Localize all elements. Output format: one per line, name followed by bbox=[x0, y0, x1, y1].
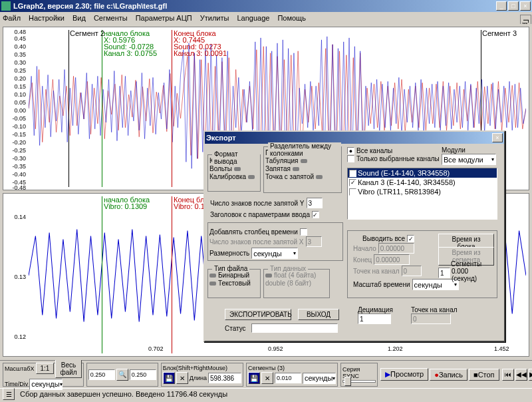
maximize-button[interactable]: □ bbox=[508, 1, 519, 11]
format-group-title: Формат вывода bbox=[212, 150, 260, 165]
filetype-group: Тип файла Бинарный Текстовый bbox=[207, 269, 261, 298]
export-button[interactable]: ЭКСПОРТИРОВАТЬ bbox=[225, 309, 291, 320]
header-checkbox[interactable]: ✓ bbox=[312, 211, 319, 218]
start-label: Начало bbox=[353, 245, 376, 252]
menu-help[interactable]: Помощь bbox=[277, 14, 306, 22]
pts-field bbox=[402, 266, 422, 276]
series-slider[interactable] bbox=[342, 380, 376, 383]
scale-11-button[interactable]: 1:1 bbox=[36, 363, 55, 374]
minimize-button[interactable]: _ bbox=[496, 1, 507, 11]
segment2-line[interactable] bbox=[68, 30, 69, 187]
seg-delete-icon[interactable]: ✕ bbox=[261, 372, 273, 384]
exit-button[interactable]: ВЫХОД bbox=[298, 309, 339, 320]
block-start-line[interactable] bbox=[102, 30, 102, 187]
ytick: -0.48 bbox=[12, 184, 26, 190]
dimension-label: Размерность bbox=[209, 250, 249, 257]
ytick: 0.14 bbox=[14, 214, 26, 220]
channel-item-sound[interactable]: ✓Sound (E-14-140, 3R34558) bbox=[348, 168, 497, 178]
ytick: 0.10 bbox=[14, 91, 26, 98]
dimension-combo[interactable]: секунды bbox=[251, 248, 298, 259]
ytick: 0.13 bbox=[14, 274, 26, 280]
seg-save-icon[interactable]: 💾 bbox=[248, 372, 260, 384]
status-icon[interactable]: ☰ bbox=[3, 388, 15, 400]
save-icon[interactable]: 💾 bbox=[163, 372, 175, 384]
filetype-text[interactable]: Текстовый bbox=[209, 280, 259, 287]
all-channels-radio[interactable]: ●Все каналы bbox=[347, 147, 440, 154]
zoom-in-icon[interactable]: 🔍 bbox=[116, 369, 128, 381]
spin-2[interactable] bbox=[130, 369, 156, 380]
xtick: 0.702 bbox=[148, 345, 164, 352]
menu-file[interactable]: Файл bbox=[3, 14, 21, 22]
preview-button[interactable]: ▶Просмотр bbox=[380, 368, 428, 381]
block-end-line[interactable] bbox=[172, 30, 172, 187]
output-group: Выводить все✓ Начало Конец Точек на кана… bbox=[347, 230, 497, 298]
xtick: 1.452 bbox=[494, 345, 509, 352]
ytick: -0.25 bbox=[12, 147, 26, 154]
format-volts[interactable]: Вольты bbox=[209, 165, 259, 172]
filetype-binary[interactable]: Бинарный bbox=[209, 272, 259, 279]
sep-comma[interactable]: Запятая bbox=[265, 165, 340, 172]
chart2-yaxis: 0.14 0.13 0.12 bbox=[5, 194, 27, 356]
menu-settings[interactable]: Настройки bbox=[29, 14, 65, 22]
segment-num-field[interactable] bbox=[438, 268, 450, 278]
modules-combo[interactable]: Все модули bbox=[442, 154, 496, 165]
ytick: 0.25 bbox=[14, 67, 26, 74]
sep-tab[interactable]: Табуляция bbox=[265, 157, 340, 164]
seg-spin[interactable] bbox=[275, 373, 301, 383]
menu-segments[interactable]: Сегменты bbox=[94, 14, 128, 22]
status-text: Сбор данных завершен успешно. Введено 11… bbox=[20, 390, 227, 398]
stop-button[interactable]: ■Стоп bbox=[469, 369, 499, 381]
xtick: 0.952 bbox=[268, 345, 283, 352]
sep-semicolon[interactable]: Точка с запятой bbox=[265, 173, 340, 180]
seg-unit-combo[interactable]: секунды bbox=[303, 373, 336, 384]
datatype-title: Тип данных bbox=[268, 265, 308, 272]
dialog-title: Экспорт bbox=[206, 134, 492, 142]
menu-utils[interactable]: Утилиты bbox=[200, 14, 229, 22]
block-start-line-2[interactable] bbox=[102, 196, 102, 353]
ytick: 0.30 bbox=[14, 59, 26, 66]
seg2-label: Сегмент 2 bbox=[70, 30, 104, 37]
close-button[interactable]: × bbox=[520, 1, 531, 11]
header-label: Заголовок с параметрами ввода bbox=[210, 211, 310, 218]
first-icon[interactable]: ⏮ bbox=[502, 369, 514, 381]
menubar: Файл Настройки Вид Сегменты Параметры АЦ… bbox=[0, 12, 532, 24]
dialog-close-button[interactable]: × bbox=[492, 133, 503, 142]
start-field bbox=[378, 243, 414, 254]
channels-list[interactable]: ✓Sound (E-14-140, 3R34558) ✓Канал 3 (E-1… bbox=[347, 168, 497, 220]
dialog-titlebar[interactable]: Экспорт × bbox=[205, 132, 504, 144]
block-start-readout-2: начало блокаVibro: 0.1309 bbox=[104, 196, 150, 210]
app-icon bbox=[1, 1, 11, 11]
menu-view[interactable]: Вид bbox=[72, 14, 86, 22]
block-end-line-2[interactable] bbox=[172, 196, 172, 353]
timediv-combo[interactable]: секунды bbox=[29, 379, 63, 390]
filetype-title: Тип файла bbox=[212, 265, 249, 272]
pts-label: Точек на канал bbox=[353, 268, 400, 275]
sel-channels-radio[interactable]: Только выбранные каналы bbox=[347, 155, 440, 162]
export-dialog: Экспорт × Формат вывода Коды АЦП Вольты … bbox=[203, 130, 505, 342]
ytick: 0.05 bbox=[14, 99, 26, 106]
len-field bbox=[208, 373, 241, 383]
ytick: 0.45 bbox=[14, 35, 26, 42]
output-all-checkbox[interactable]: ✓ bbox=[407, 235, 414, 242]
digits-x-input bbox=[306, 236, 322, 247]
record-button[interactable]: ●Запись bbox=[430, 369, 467, 381]
channel-item-ch3[interactable]: ✓Канал 3 (E-14-140, 3R34558) bbox=[348, 178, 497, 187]
decimation-field[interactable] bbox=[358, 313, 391, 324]
end-field bbox=[374, 254, 410, 265]
timediv-label: Time/Div bbox=[5, 381, 28, 387]
channel-item-vibro[interactable]: Vibro (LTR11, 5R813984) bbox=[348, 187, 497, 196]
timecol-checkbox[interactable] bbox=[300, 228, 307, 236]
datatype-double: double (8 байт) bbox=[265, 280, 328, 287]
spin-1[interactable] bbox=[88, 369, 115, 380]
next-icon[interactable]: ▶▶ bbox=[529, 369, 532, 381]
output-all-label: Выводить все bbox=[362, 235, 405, 242]
digits-y-input[interactable] bbox=[307, 198, 323, 208]
timecol-label: Добавлять столбец времени bbox=[209, 228, 298, 236]
menu-adc[interactable]: Параметры АЦП bbox=[136, 14, 192, 22]
menu-language[interactable]: Language bbox=[237, 14, 269, 22]
scale-all-button[interactable]: Весь файл bbox=[55, 359, 81, 378]
format-calib[interactable]: Калибровка bbox=[209, 173, 259, 180]
delete-icon[interactable]: ✕ bbox=[176, 372, 188, 384]
prev-icon[interactable]: ◀◀ bbox=[515, 369, 527, 381]
timescale-label: Масштаб времени bbox=[353, 281, 410, 288]
